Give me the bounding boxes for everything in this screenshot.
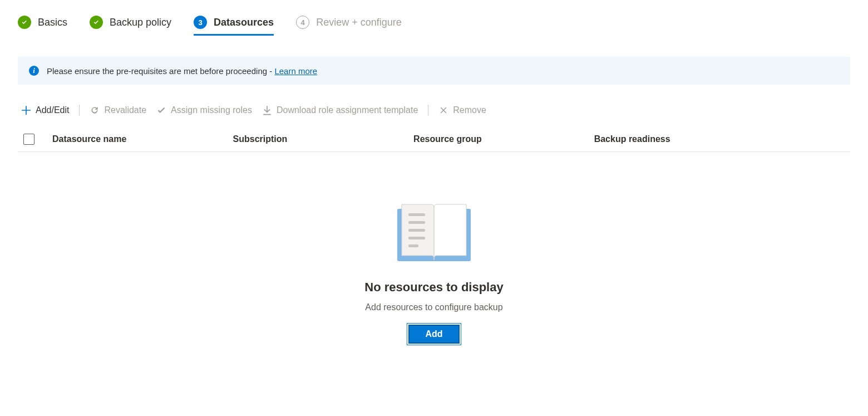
revalidate-button[interactable]: Revalidate [90,105,146,115]
step-backup-policy[interactable]: Backup policy [90,16,171,35]
svg-rect-3 [408,229,425,232]
download-icon [262,105,272,115]
toolbar-label: Remove [453,105,486,115]
check-icon [18,16,31,29]
assign-roles-button[interactable]: Assign missing roles [156,105,252,115]
prerequisites-info-banner: i Please ensure the pre-requisites are m… [18,57,850,85]
configure-backup-page: Basics Backup policy 3 Datasources 4 Rev… [0,0,868,359]
empty-state: No resources to display Add resources to… [18,197,850,344]
remove-button[interactable]: Remove [438,105,486,115]
datasource-table-header: Datasource name Subscription Resource gr… [18,127,850,152]
close-icon [438,105,448,115]
plus-icon [21,105,31,115]
svg-rect-1 [408,213,425,216]
toolbar-label: Revalidate [104,105,146,115]
toolbar-separator [428,105,428,116]
column-resource-group[interactable]: Resource group [413,134,594,144]
refresh-icon [90,105,100,115]
add-button[interactable]: Add [408,325,459,344]
step-label: Backup policy [110,17,171,28]
step-label: Basics [38,17,67,28]
step-number-icon: 4 [296,16,309,29]
step-label: Review + configure [316,17,402,28]
info-icon: i [29,66,39,76]
select-all-cell [21,134,52,145]
checkmark-icon [156,105,166,115]
toolbar-separator [79,105,80,116]
svg-rect-2 [408,221,425,224]
step-label: Datasources [214,17,274,28]
empty-book-icon [395,197,473,263]
column-backup-readiness[interactable]: Backup readiness [594,134,847,144]
step-basics[interactable]: Basics [18,16,67,35]
learn-more-link[interactable]: Learn more [274,66,317,76]
toolbar-label: Assign missing roles [171,105,252,115]
datasource-toolbar: Add/Edit Revalidate Assign missing roles… [18,105,850,116]
add-edit-button[interactable]: Add/Edit [21,105,69,115]
empty-description: Add resources to configure backup [365,302,502,312]
step-datasources[interactable]: 3 Datasources [194,16,274,35]
column-subscription[interactable]: Subscription [233,134,414,144]
svg-rect-4 [408,237,425,239]
step-review-configure[interactable]: 4 Review + configure [296,16,402,35]
select-all-checkbox[interactable] [23,134,34,145]
info-text: Please ensure the pre-requisites are met… [47,66,317,76]
check-icon [90,16,103,29]
download-template-button[interactable]: Download role assignment template [262,105,418,115]
column-datasource-name[interactable]: Datasource name [52,134,233,144]
svg-rect-5 [408,244,418,247]
wizard-stepper: Basics Backup policy 3 Datasources 4 Rev… [18,16,850,35]
info-message: Please ensure the pre-requisites are met… [47,66,274,76]
toolbar-label: Add/Edit [36,105,69,115]
step-number-icon: 3 [194,16,207,29]
toolbar-label: Download role assignment template [277,105,418,115]
empty-title: No resources to display [364,280,503,295]
